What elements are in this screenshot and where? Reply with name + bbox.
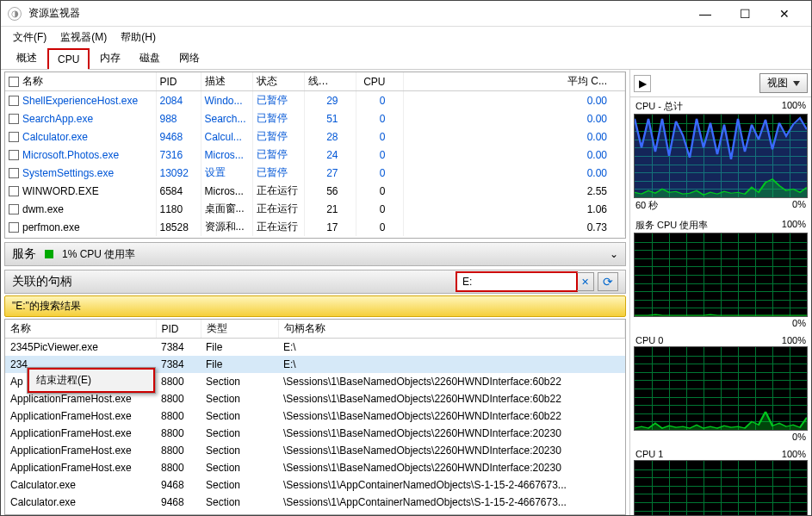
menu-help[interactable]: 帮助(H): [115, 28, 161, 47]
chart-title: CPU 1: [635, 449, 663, 459]
col-threads[interactable]: 线程数: [304, 72, 356, 91]
row-checkbox[interactable]: [9, 150, 19, 160]
col-name[interactable]: 名称: [5, 72, 156, 91]
context-end-process[interactable]: 结束进程(E): [28, 368, 155, 393]
process-row[interactable]: dwm.exe1180桌面窗...正在运行2101.06: [5, 200, 625, 218]
handle-row[interactable]: Calculator.exe9468Section\Sessions\1\App…: [5, 494, 625, 511]
right-top-bar: ▶ 视图: [630, 70, 811, 97]
collapse-button[interactable]: ▶: [634, 75, 651, 92]
menubar: 文件(F) 监视器(M) 帮助(H): [1, 27, 811, 47]
tab-disk[interactable]: 磁盘: [131, 47, 169, 69]
col-avg[interactable]: 平均 C...: [403, 72, 625, 91]
services-label: 服务: [12, 246, 36, 262]
chart-max: 100%: [782, 335, 806, 345]
process-row[interactable]: SystemSettings.exe13092设置已暂停2700.00: [5, 164, 625, 182]
handles-label: 关联的句柄: [12, 274, 72, 289]
col-pid[interactable]: PID: [156, 72, 201, 91]
hcol-pid[interactable]: PID: [156, 320, 201, 339]
refresh-button[interactable]: ⟳: [598, 272, 618, 291]
chart-min: 0%: [792, 432, 806, 442]
clear-search-button[interactable]: ✕: [577, 272, 594, 291]
handles-panel: 名称 PID 类型 句柄名称 2345PicViewer.exe7384File…: [4, 319, 626, 515]
process-row[interactable]: WINWORD.EXE6584Micros...正在运行5602.55: [5, 182, 625, 200]
process-panel: 名称 PID 描述 状态 线程数 CPU 平均 C... ShellExperi: [4, 71, 626, 239]
chart-2: CPU 0100%0%: [634, 334, 808, 443]
handle-row[interactable]: 2345PicViewer.exe7384FileE:\: [5, 339, 625, 356]
maximize-button[interactable]: ☐: [725, 1, 765, 27]
chart-canvas: [634, 460, 808, 515]
row-checkbox[interactable]: [9, 96, 19, 106]
services-indicator-icon: [45, 250, 53, 258]
process-row[interactable]: SearchApp.exe988Search...已暂停5100.00: [5, 109, 625, 127]
hcol-name[interactable]: 名称: [5, 320, 156, 339]
chart-max: 100%: [782, 449, 806, 459]
hcol-hname[interactable]: 句柄名称: [278, 320, 625, 339]
app-icon: ◑: [8, 7, 22, 21]
tab-cpu[interactable]: CPU: [47, 48, 90, 69]
menu-monitor[interactable]: 监视器(M): [55, 28, 112, 47]
view-label: 视图: [767, 76, 788, 90]
tab-overview[interactable]: 概述: [8, 47, 46, 69]
chart-min: 0%: [792, 199, 806, 212]
chart-canvas: [634, 114, 808, 198]
handles-header: 关联的句柄 ✕ ⟳: [4, 270, 626, 294]
chart-canvas: [634, 346, 808, 431]
chart-1: 服务 CPU 使用率100%0%: [634, 218, 808, 329]
process-row[interactable]: Calculator.exe9468Calcul...已暂停2800.00: [5, 127, 625, 146]
row-checkbox[interactable]: [9, 168, 19, 178]
col-cpu[interactable]: CPU: [356, 72, 403, 91]
handles-search-input[interactable]: [456, 272, 577, 291]
tab-network[interactable]: 网络: [170, 47, 208, 69]
chart-min: 0%: [792, 318, 806, 328]
col-desc[interactable]: 描述: [201, 72, 252, 91]
caret-down-icon: [793, 81, 800, 86]
chart-title: 服务 CPU 使用率: [635, 219, 708, 232]
search-result-bar: "E:"的搜索结果: [4, 295, 626, 317]
titlebar: ◑ 资源监视器 — ☐ ✕: [1, 1, 811, 27]
handle-row[interactable]: ApplicationFrameHost.exe8800Section\Sess…: [5, 442, 625, 459]
expand-icon[interactable]: ⌄: [610, 248, 618, 260]
col-status[interactable]: 状态: [252, 72, 304, 91]
close-button[interactable]: ✕: [765, 1, 804, 27]
services-usage: 1% CPU 使用率: [62, 247, 135, 262]
row-checkbox[interactable]: [9, 114, 19, 124]
view-dropdown[interactable]: 视图: [759, 73, 808, 93]
menu-file[interactable]: 文件(F): [8, 28, 52, 47]
handle-row[interactable]: ApplicationFrameHost.exe8800Section\Sess…: [5, 407, 625, 425]
minimize-button[interactable]: —: [685, 1, 725, 27]
tabbar: 概述 CPU 内存 磁盘 网络: [1, 47, 811, 70]
row-checkbox[interactable]: [9, 186, 19, 196]
chart-0: CPU - 总计100%60 秒0%: [634, 99, 808, 213]
handle-row[interactable]: ApplicationFrameHost.exe8800Section\Sess…: [5, 425, 625, 442]
chart-title: CPU 0: [635, 335, 663, 345]
row-checkbox[interactable]: [9, 204, 19, 214]
services-header[interactable]: 服务 1% CPU 使用率 ⌄: [4, 242, 626, 266]
checkbox-all[interactable]: [9, 77, 19, 87]
chart-3: CPU 1100%: [634, 448, 808, 515]
row-checkbox[interactable]: [9, 222, 19, 233]
row-checkbox[interactable]: [9, 132, 19, 142]
handle-row[interactable]: Calculator.exe9468Section\Sessions\1\App…: [5, 476, 625, 494]
process-row[interactable]: ShellExperienceHost.exe2084Windo...已暂停29…: [5, 91, 625, 109]
window-title: 资源监视器: [28, 6, 685, 21]
chart-max: 100%: [782, 100, 806, 113]
process-row[interactable]: perfmon.exe18528资源和...正在运行1700.73: [5, 218, 625, 236]
chart-xlabel: 60 秒: [635, 199, 658, 212]
chart-title: CPU - 总计: [635, 100, 683, 113]
handle-row[interactable]: ApplicationFrameHost.exe8800Section\Sess…: [5, 459, 625, 476]
hcol-type[interactable]: 类型: [201, 320, 278, 339]
chart-max: 100%: [782, 219, 806, 232]
context-menu: 结束进程(E): [27, 367, 156, 394]
process-row[interactable]: Microsoft.Photos.exe7316Micros...已暂停2400…: [5, 146, 625, 164]
tab-memory[interactable]: 内存: [91, 47, 129, 69]
chart-canvas: [634, 233, 808, 317]
